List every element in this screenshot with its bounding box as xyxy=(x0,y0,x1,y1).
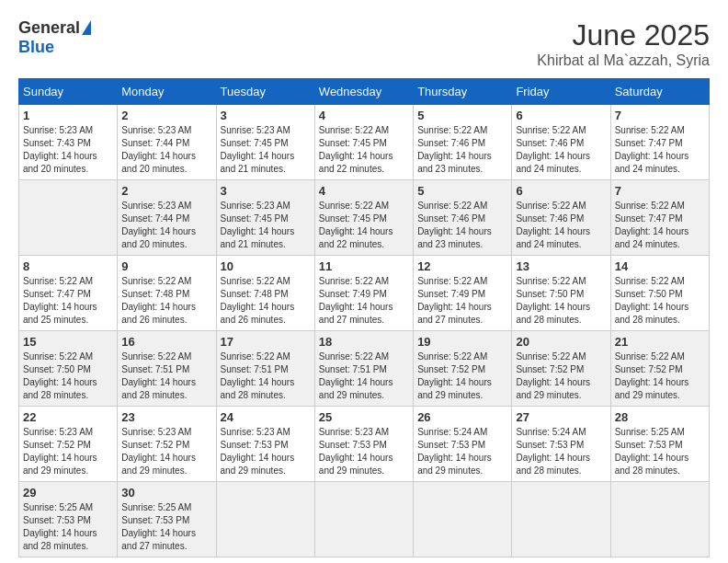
day-detail: Sunrise: 5:22 AMSunset: 7:45 PMDaylight:… xyxy=(319,201,393,249)
header-friday: Friday xyxy=(512,79,610,105)
day-number: 23 xyxy=(121,410,211,424)
table-row: 24Sunrise: 5:23 AMSunset: 7:53 PMDayligh… xyxy=(216,407,314,482)
table-row: 20Sunrise: 5:22 AMSunset: 7:52 PMDayligh… xyxy=(512,331,610,407)
day-detail: Sunrise: 5:22 AMSunset: 7:52 PMDaylight:… xyxy=(417,351,492,400)
day-detail: Sunrise: 5:22 AMSunset: 7:47 PMDaylight:… xyxy=(615,201,689,249)
table-row: 19Sunrise: 5:22 AMSunset: 7:52 PMDayligh… xyxy=(414,331,512,407)
table-row: 29Sunrise: 5:25 AMSunset: 7:53 PMDayligh… xyxy=(19,482,118,557)
day-number: 26 xyxy=(417,410,507,424)
day-detail: Sunrise: 5:23 AMSunset: 7:44 PMDaylight:… xyxy=(121,201,196,249)
table-row: 26Sunrise: 5:24 AMSunset: 7:53 PMDayligh… xyxy=(414,407,512,482)
table-row: 30Sunrise: 5:25 AMSunset: 7:53 PMDayligh… xyxy=(118,482,216,557)
day-number: 24 xyxy=(221,410,311,424)
table-row xyxy=(216,482,314,557)
day-number: 15 xyxy=(23,335,113,349)
logo-blue-text: Blue xyxy=(18,38,54,57)
day-detail: Sunrise: 5:22 AMSunset: 7:52 PMDaylight:… xyxy=(615,351,689,400)
header-saturday: Saturday xyxy=(610,79,709,105)
table-row: 11Sunrise: 5:22 AMSunset: 7:49 PMDayligh… xyxy=(314,256,413,331)
table-row: 5Sunrise: 5:22 AMSunset: 7:46 PMDaylight… xyxy=(414,105,512,180)
header-thursday: Thursday xyxy=(414,79,512,105)
day-detail: Sunrise: 5:22 AMSunset: 7:51 PMDaylight:… xyxy=(121,351,196,400)
day-number: 27 xyxy=(516,410,606,424)
day-detail: Sunrise: 5:22 AMSunset: 7:48 PMDaylight:… xyxy=(221,276,295,325)
day-number: 30 xyxy=(121,486,211,500)
header-sunday: Sunday xyxy=(19,79,118,105)
table-row: 17Sunrise: 5:22 AMSunset: 7:51 PMDayligh… xyxy=(216,331,314,407)
table-row: 6Sunrise: 5:22 AMSunset: 7:46 PMDaylight… xyxy=(512,180,610,256)
day-detail: Sunrise: 5:24 AMSunset: 7:53 PMDaylight:… xyxy=(516,427,590,476)
day-number: 3 xyxy=(221,109,311,122)
title-area: June 2025 Khirbat al Ma`azzah, Syria xyxy=(537,18,710,69)
table-row: 14Sunrise: 5:22 AMSunset: 7:50 PMDayligh… xyxy=(610,256,709,331)
logo: General Blue xyxy=(18,18,91,57)
day-detail: Sunrise: 5:23 AMSunset: 7:44 PMDaylight:… xyxy=(121,125,196,174)
table-row: 25Sunrise: 5:23 AMSunset: 7:53 PMDayligh… xyxy=(314,407,413,482)
day-number: 21 xyxy=(615,335,705,349)
day-number: 4 xyxy=(319,109,409,122)
day-number: 16 xyxy=(121,335,211,349)
day-number: 11 xyxy=(319,259,409,273)
table-row: 16Sunrise: 5:22 AMSunset: 7:51 PMDayligh… xyxy=(118,331,216,407)
day-detail: Sunrise: 5:22 AMSunset: 7:46 PMDaylight:… xyxy=(417,125,492,174)
header-monday: Monday xyxy=(118,79,216,105)
day-detail: Sunrise: 5:22 AMSunset: 7:51 PMDaylight:… xyxy=(319,351,393,400)
table-row: 7Sunrise: 5:22 AMSunset: 7:47 PMDaylight… xyxy=(610,180,709,256)
day-detail: Sunrise: 5:23 AMSunset: 7:52 PMDaylight:… xyxy=(23,427,97,476)
day-detail: Sunrise: 5:23 AMSunset: 7:53 PMDaylight:… xyxy=(221,427,295,476)
day-detail: Sunrise: 5:25 AMSunset: 7:53 PMDaylight:… xyxy=(121,502,196,551)
day-number: 6 xyxy=(516,184,606,198)
day-detail: Sunrise: 5:22 AMSunset: 7:45 PMDaylight:… xyxy=(319,125,393,174)
table-row xyxy=(414,482,512,557)
table-row xyxy=(512,482,610,557)
table-row: 2Sunrise: 5:23 AMSunset: 7:44 PMDaylight… xyxy=(118,105,216,180)
day-detail: Sunrise: 5:22 AMSunset: 7:50 PMDaylight:… xyxy=(23,351,97,400)
day-detail: Sunrise: 5:22 AMSunset: 7:49 PMDaylight:… xyxy=(417,276,492,325)
day-detail: Sunrise: 5:22 AMSunset: 7:49 PMDaylight:… xyxy=(319,276,393,325)
day-number: 2 xyxy=(121,109,211,122)
day-detail: Sunrise: 5:22 AMSunset: 7:50 PMDaylight:… xyxy=(615,276,689,325)
table-row xyxy=(314,482,413,557)
calendar-table: Sunday Monday Tuesday Wednesday Thursday… xyxy=(18,78,710,557)
day-number: 22 xyxy=(23,410,113,424)
table-row: 15Sunrise: 5:22 AMSunset: 7:50 PMDayligh… xyxy=(19,331,118,407)
day-detail: Sunrise: 5:25 AMSunset: 7:53 PMDaylight:… xyxy=(23,502,97,551)
location-title: Khirbat al Ma`azzah, Syria xyxy=(537,52,710,69)
table-row: 3Sunrise: 5:23 AMSunset: 7:45 PMDaylight… xyxy=(216,180,314,256)
logo-general-text: General xyxy=(18,18,80,38)
table-row: 12Sunrise: 5:22 AMSunset: 7:49 PMDayligh… xyxy=(414,256,512,331)
day-number: 28 xyxy=(615,410,705,424)
day-detail: Sunrise: 5:22 AMSunset: 7:52 PMDaylight:… xyxy=(516,351,590,400)
day-number: 9 xyxy=(121,259,211,273)
table-row: 23Sunrise: 5:23 AMSunset: 7:52 PMDayligh… xyxy=(118,407,216,482)
day-number: 7 xyxy=(615,109,705,122)
day-number: 29 xyxy=(23,486,113,500)
table-row: 10Sunrise: 5:22 AMSunset: 7:48 PMDayligh… xyxy=(216,256,314,331)
day-number: 1 xyxy=(23,109,113,122)
day-number: 12 xyxy=(417,259,507,273)
day-number: 19 xyxy=(417,335,507,349)
day-detail: Sunrise: 5:22 AMSunset: 7:46 PMDaylight:… xyxy=(516,125,590,174)
table-row: 5Sunrise: 5:22 AMSunset: 7:46 PMDaylight… xyxy=(414,180,512,256)
table-row: 1Sunrise: 5:23 AMSunset: 7:43 PMDaylight… xyxy=(19,105,118,180)
table-row: 2Sunrise: 5:23 AMSunset: 7:44 PMDaylight… xyxy=(118,180,216,256)
day-number: 10 xyxy=(221,259,311,273)
day-detail: Sunrise: 5:22 AMSunset: 7:48 PMDaylight:… xyxy=(121,276,196,325)
page-header: General Blue June 2025 Khirbat al Ma`azz… xyxy=(18,18,710,69)
day-detail: Sunrise: 5:24 AMSunset: 7:53 PMDaylight:… xyxy=(417,427,492,476)
day-detail: Sunrise: 5:22 AMSunset: 7:47 PMDaylight:… xyxy=(23,276,97,325)
day-number: 18 xyxy=(319,335,409,349)
table-row: 4Sunrise: 5:22 AMSunset: 7:45 PMDaylight… xyxy=(314,180,413,256)
day-detail: Sunrise: 5:22 AMSunset: 7:51 PMDaylight:… xyxy=(221,351,295,400)
day-detail: Sunrise: 5:23 AMSunset: 7:52 PMDaylight:… xyxy=(121,427,196,476)
day-number: 17 xyxy=(221,335,311,349)
month-title: June 2025 xyxy=(537,18,710,52)
day-number: 13 xyxy=(516,259,606,273)
header-tuesday: Tuesday xyxy=(216,79,314,105)
table-row xyxy=(610,482,709,557)
day-number: 5 xyxy=(417,109,507,122)
day-number: 8 xyxy=(23,259,113,273)
day-detail: Sunrise: 5:22 AMSunset: 7:47 PMDaylight:… xyxy=(615,125,689,174)
day-detail: Sunrise: 5:23 AMSunset: 7:45 PMDaylight:… xyxy=(221,125,295,174)
day-number: 3 xyxy=(221,184,311,198)
